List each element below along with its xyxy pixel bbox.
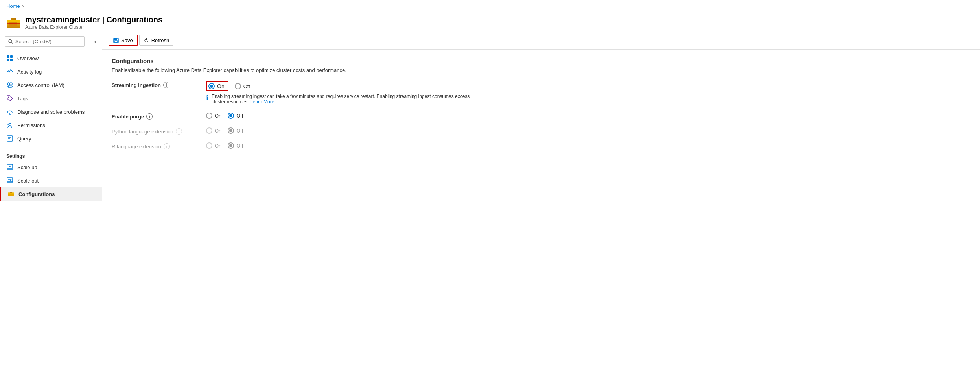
svg-line-8 [11, 42, 13, 44]
sidebar-item-access-control[interactable]: Access control (IAM) [0, 78, 102, 92]
streaming-learn-more[interactable]: Learn More [250, 99, 274, 105]
access-label: Access control (IAM) [17, 82, 64, 88]
streaming-info-text: Enabling streaming ingest can take a few… [212, 94, 481, 105]
streaming-ingestion-row: Streaming ingestion i On Off [112, 81, 971, 105]
collapse-button[interactable]: « [89, 36, 100, 47]
r-extension-radio-group: On Off [206, 142, 243, 149]
purge-on-option[interactable]: On [206, 113, 221, 119]
sidebar-item-scale-up[interactable]: Scale up [0, 161, 102, 174]
refresh-button[interactable]: Refresh [139, 35, 174, 46]
content-area: Configurations Enable/disable the follow… [102, 50, 980, 165]
svg-point-16 [8, 97, 9, 98]
streaming-on-highlighted: On [206, 81, 228, 91]
svg-rect-11 [7, 59, 9, 61]
purge-on-radio[interactable] [206, 113, 212, 119]
page-title: mystreamingcluster | Configurations [25, 15, 162, 24]
save-button[interactable]: Save [109, 35, 138, 46]
streaming-ingestion-radio-group: On Off [206, 81, 481, 91]
svg-line-20 [7, 124, 8, 125]
enable-purge-controls: On Off [206, 113, 243, 119]
python-extension-row: Python language extension i On Off [112, 127, 971, 135]
purge-off-radio[interactable] [228, 113, 234, 119]
configurations-icon [7, 190, 15, 197]
breadcrumb: Home > [0, 0, 980, 12]
overview-label: Overview [17, 55, 39, 61]
settings-section-label: Settings [0, 149, 102, 161]
sidebar-item-configurations[interactable]: Configurations [0, 187, 102, 201]
save-label: Save [121, 37, 133, 43]
content-description: Enable/disable the following Azure Data … [112, 67, 971, 73]
svg-rect-12 [10, 59, 13, 61]
page-header-text: mystreamingcluster | Configurations Azur… [25, 15, 162, 30]
search-box[interactable] [5, 36, 85, 47]
scale-out-label: Scale out [17, 178, 39, 184]
streaming-off-radio[interactable] [235, 83, 241, 89]
sidebar-item-activity-log[interactable]: Activity log [0, 65, 102, 78]
sidebar-item-permissions[interactable]: Permissions [0, 118, 102, 132]
streaming-info-circle-icon: ℹ [206, 94, 208, 101]
purge-off-label: Off [236, 113, 243, 119]
query-label: Query [17, 136, 31, 142]
save-icon [113, 38, 119, 43]
streaming-info-icon[interactable]: i [163, 82, 169, 88]
diagnose-label: Diagnose and solve problems [17, 109, 85, 115]
permissions-icon [6, 122, 13, 129]
svg-rect-9 [7, 55, 9, 58]
r-info-icon[interactable]: i [164, 143, 170, 149]
svg-point-19 [9, 123, 11, 125]
tags-icon [6, 95, 13, 102]
page-subtitle: Azure Data Explorer Cluster [25, 24, 162, 30]
svg-rect-38 [114, 38, 117, 40]
r-on-label: On [215, 143, 221, 149]
configurations-label: Configurations [18, 191, 55, 197]
r-on-option: On [206, 142, 221, 149]
sidebar-item-overview[interactable]: Overview [0, 52, 102, 65]
python-off-radio [228, 127, 234, 134]
python-extension-controls: On Off [206, 127, 243, 134]
purge-info-icon[interactable]: i [146, 113, 153, 120]
streaming-on-radio[interactable] [208, 83, 215, 89]
python-info-icon[interactable]: i [176, 128, 182, 135]
main-content: Save Refresh Configurations Enable/disab… [102, 31, 980, 374]
streaming-on-label: On [217, 83, 225, 89]
streaming-ingestion-label: Streaming ingestion i [112, 81, 198, 88]
r-off-radio [228, 142, 234, 149]
streaming-info-box: ℹ Enabling streaming ingest can take a f… [206, 94, 481, 105]
query-icon [6, 135, 13, 142]
svg-rect-36 [9, 194, 13, 194]
svg-point-7 [9, 40, 12, 43]
activity-icon [6, 68, 13, 75]
purge-on-label: On [215, 113, 221, 119]
purge-off-option[interactable]: Off [228, 113, 243, 119]
svg-rect-5 [7, 20, 20, 22]
python-off-label: Off [236, 128, 243, 134]
svg-point-13 [7, 83, 10, 85]
r-on-radio [206, 142, 212, 149]
overview-icon [6, 55, 13, 62]
streaming-ingestion-controls: On Off ℹ Enabling streaming ingest can t… [206, 81, 481, 105]
enable-purge-label: Enable purge i [112, 113, 198, 120]
toolbar: Save Refresh [102, 31, 980, 50]
tags-label: Tags [17, 96, 28, 101]
python-off-option: Off [228, 127, 243, 134]
search-input[interactable] [15, 39, 81, 44]
sidebar-item-scale-out[interactable]: Scale out [0, 174, 102, 187]
python-extension-label: Python language extension i [112, 127, 198, 135]
content-title: Configurations [112, 57, 971, 64]
svg-point-14 [10, 83, 12, 85]
access-icon [6, 81, 13, 89]
sidebar-item-tags[interactable]: Tags [0, 92, 102, 105]
cluster-icon [6, 16, 20, 30]
activity-label: Activity log [17, 69, 42, 75]
refresh-label: Refresh [151, 37, 169, 43]
scale-up-icon [6, 164, 13, 171]
search-icon [8, 39, 13, 44]
diagnose-icon [6, 108, 13, 115]
sidebar: « Overview Activity log Access control (… [0, 31, 102, 374]
sidebar-item-query[interactable]: Query [0, 132, 102, 145]
breadcrumb-home[interactable]: Home [6, 3, 20, 9]
streaming-off-option[interactable]: Off [235, 83, 250, 89]
sidebar-item-diagnose[interactable]: Diagnose and solve problems [0, 105, 102, 118]
r-off-label: Off [236, 143, 243, 149]
scale-out-icon [6, 177, 13, 184]
